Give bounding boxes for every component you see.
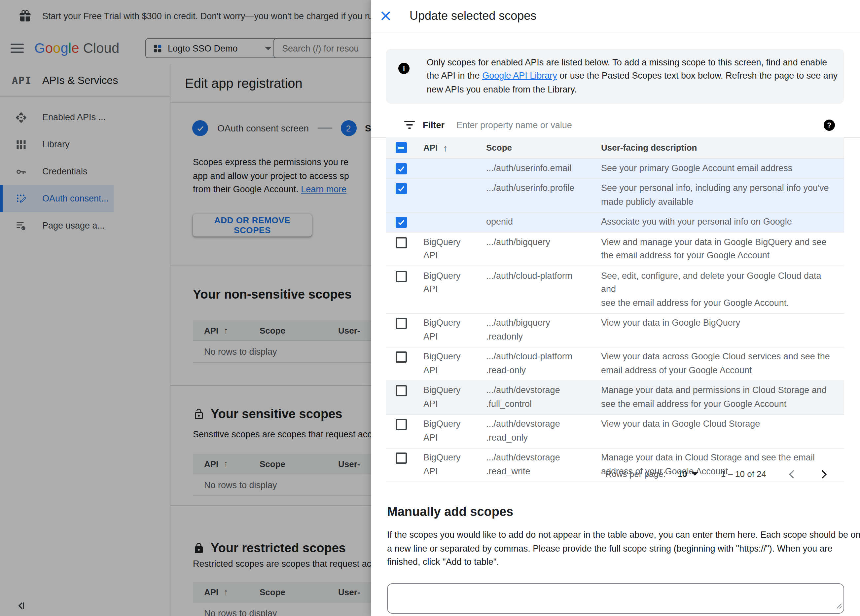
scope-row[interactable]: BigQueryAPI.../auth/bigquery.readonlyVie…	[386, 313, 844, 347]
api-cell: BigQueryAPI	[424, 236, 486, 262]
filter-icon[interactable]	[404, 121, 415, 129]
checkbox-unchecked[interactable]	[395, 318, 407, 329]
scope-cell: .../auth/devstorage.full_control	[486, 384, 601, 411]
description-cell: Associate you with your personal info on…	[601, 215, 831, 229]
description-cell: View your data in Google Cloud Storage	[601, 418, 831, 431]
manual-scopes-field	[387, 583, 844, 614]
divider	[371, 32, 860, 32]
rows-per-page-label: Rows per page:	[606, 469, 666, 479]
scope-row[interactable]: openidAssociate you with your personal i…	[386, 212, 844, 233]
scope-row[interactable]: BigQueryAPI.../auth/devstorage.full_cont…	[386, 381, 844, 415]
scope-row[interactable]: .../auth/userinfo.emailSee your primary …	[386, 159, 844, 179]
description-cell: See your primary Google Account email ad…	[601, 162, 831, 175]
scope-cell: .../auth/devstorage.read_only	[486, 418, 601, 445]
scope-cell: .../auth/bigquery.readonly	[486, 316, 601, 344]
scope-cell: .../auth/cloud-platform.read-only	[486, 350, 601, 377]
checkbox-checked[interactable]	[395, 163, 407, 174]
description-cell: See your personal info, including any pe…	[601, 182, 831, 209]
api-column-header[interactable]: API↑	[424, 142, 486, 153]
info-icon: i	[398, 63, 410, 74]
pagination-range: 1 – 10 of 24	[721, 469, 766, 479]
description-cell: See, edit, configure, and delete your Go…	[601, 269, 831, 310]
api-cell: BigQueryAPI	[424, 350, 486, 377]
caret-down-icon	[692, 472, 698, 476]
close-icon[interactable]	[379, 9, 392, 22]
rows-per-page-select[interactable]: 10	[678, 469, 698, 479]
scope-row[interactable]: .../auth/userinfo.profileSee your person…	[386, 179, 844, 212]
sort-ascending-arrow: ↑	[443, 142, 447, 153]
filter-bar: Filter ?	[371, 112, 860, 137]
checkbox-unchecked[interactable]	[395, 352, 407, 363]
pagination-bar: Rows per page: 10 1 – 10 of 24	[386, 462, 860, 486]
scope-cell: .../auth/userinfo.email	[486, 162, 601, 175]
checkbox-unchecked[interactable]	[395, 385, 407, 396]
scope-cell: .../auth/userinfo.profile	[486, 182, 601, 195]
checkbox-checked[interactable]	[395, 183, 407, 194]
checkbox-unchecked[interactable]	[395, 419, 407, 430]
checkbox-unchecked[interactable]	[395, 237, 407, 248]
google-cloud-console: Start your Free Trial with $300 in credi…	[0, 0, 860, 616]
filter-input[interactable]	[455, 119, 824, 130]
api-cell: BigQueryAPI	[424, 384, 486, 411]
select-all-checkbox-indeterminate[interactable]	[395, 142, 407, 153]
update-scopes-panel: Update selected scopes i Only scopes for…	[371, 0, 860, 616]
panel-title: Update selected scopes	[410, 0, 536, 32]
filter-label: Filter	[423, 120, 444, 130]
chevron-left-icon[interactable]	[786, 468, 798, 480]
description-cell: View your data in Google BigQuery	[601, 316, 831, 330]
checkbox-checked[interactable]	[395, 217, 407, 228]
manually-add-scopes-title: Manually add scopes	[387, 505, 513, 519]
table-header: API↑ Scope User-facing description	[386, 137, 844, 159]
manual-scopes-input[interactable]	[387, 583, 844, 614]
description-cell: View and manage your data in Google BigQ…	[601, 236, 831, 262]
chevron-right-icon[interactable]	[818, 468, 830, 480]
scope-row[interactable]: BigQueryAPI.../auth/cloud-platform.read-…	[386, 347, 844, 381]
api-cell: BigQueryAPI	[424, 316, 486, 344]
scope-row[interactable]: BigQueryAPI.../auth/devstorage.read_only…	[386, 415, 844, 448]
scope-row[interactable]: BigQueryAPI.../auth/bigqueryView and man…	[386, 233, 844, 266]
checkbox-unchecked[interactable]	[395, 270, 407, 282]
description-cell: Manage your data and permissions in Clou…	[601, 384, 831, 411]
scope-row[interactable]: BigQueryAPI.../auth/cloud-platformSee, e…	[386, 266, 844, 313]
help-icon[interactable]: ?	[824, 119, 835, 130]
modal-scrim[interactable]	[0, 0, 371, 616]
google-api-library-link[interactable]: Google API Library	[482, 71, 557, 81]
description-cell: View your data across Google Cloud servi…	[601, 350, 831, 377]
scope-cell: .../auth/bigquery	[486, 236, 601, 249]
api-cell: BigQueryAPI	[424, 418, 486, 445]
scope-cell: .../auth/cloud-platform	[486, 269, 601, 283]
table-body: .../auth/userinfo.emailSee your primary …	[386, 159, 844, 482]
api-cell: BigQueryAPI	[424, 269, 486, 296]
scopes-selection-table: API↑ Scope User-facing description .../a…	[386, 137, 844, 482]
manually-add-scopes-description: If the scopes you would like to add do n…	[387, 528, 860, 569]
info-banner: i Only scopes for enabled APIs are liste…	[386, 49, 844, 104]
scope-column-header[interactable]: Scope	[486, 143, 601, 152]
description-column-header[interactable]: User-facing description	[601, 143, 697, 152]
info-text: Only scopes for enabled APIs are listed …	[427, 56, 838, 96]
scope-cell: openid	[486, 215, 601, 229]
